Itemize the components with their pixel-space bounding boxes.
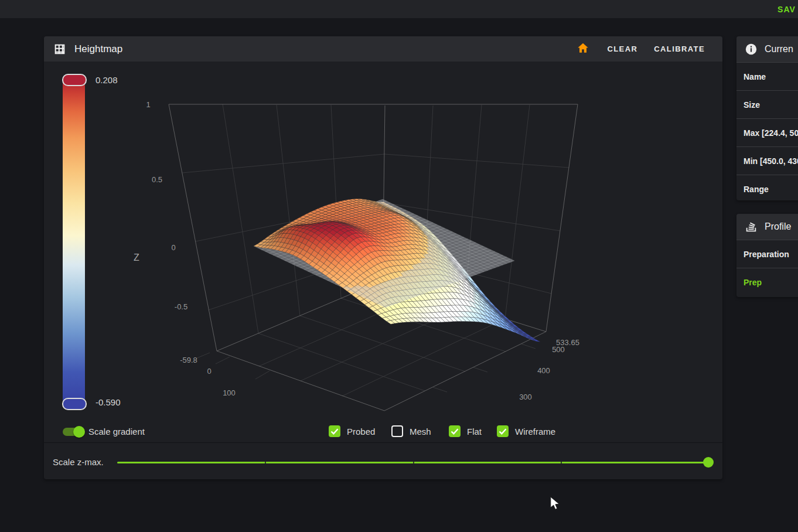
heightmap-panel: Heightmap CLEAR CALIBRATE	[44, 36, 722, 479]
scale-gradient-label: Scale gradient	[88, 427, 145, 436]
home-icon	[577, 42, 589, 56]
heightmap-3d-plot[interactable]: 1 0.5 0 -0.5 Z -59.8 0 100 533.65 500 40…	[44, 36, 722, 479]
slider-tick	[561, 461, 562, 464]
z-tick: 0	[171, 243, 175, 252]
profile-item-prep[interactable]: Prep	[736, 268, 798, 296]
y-tick: 500	[552, 345, 565, 354]
scale-zmax-row: Scale z-max.	[44, 443, 722, 479]
colorbar-max-handle[interactable]	[62, 74, 87, 86]
slider-tick	[413, 461, 414, 464]
heightmap-title: Heightmap	[74, 43, 122, 55]
colorbar-min-handle[interactable]	[62, 398, 87, 410]
plot-box-edges	[169, 104, 578, 411]
current-mesh-title: Curren	[765, 44, 793, 54]
slider-tick	[265, 461, 266, 464]
mesh-info-row-size: Size	[736, 90, 798, 118]
grid-icon	[53, 43, 66, 56]
mesh-info-row-max: Max [224.4, 50	[736, 118, 798, 146]
wireframe-checkbox[interactable]	[497, 425, 509, 437]
check-icon	[497, 425, 509, 437]
mesh-info-row-name: Name	[736, 62, 798, 90]
y-tick: 533.65	[556, 338, 579, 347]
mesh-info-row-range: Range	[736, 175, 798, 203]
flat-label: Flat	[467, 427, 482, 436]
mouse-cursor	[550, 497, 560, 511]
profiles-title: Profile	[765, 221, 791, 232]
plot-grid-lines	[182, 104, 569, 396]
axis-tick-labels: 1 0.5 0 -0.5 Z -59.8 0 100 533.65 500 40…	[134, 100, 579, 401]
scale-zmax-slider-handle[interactable]	[703, 457, 714, 468]
z-axis-label: Z	[134, 253, 139, 262]
toggle-thumb	[73, 426, 85, 438]
probed-checkbox[interactable]	[329, 425, 340, 437]
colorbar-gradient	[63, 79, 85, 405]
plot-controls-row: Scale gradient Probed Mesh Flat Wirefram…	[44, 420, 722, 444]
profiles-panel: Profile Preparation Prep	[736, 214, 798, 297]
check-icon	[329, 425, 340, 437]
colorbar-max-value: 0.208	[96, 75, 118, 86]
z-tick: 1	[146, 100, 150, 109]
calibrate-button[interactable]: CALIBRATE	[646, 40, 713, 58]
profiles-header: Profile	[736, 214, 798, 240]
check-icon	[449, 425, 461, 437]
mesh-info-row-min: Min [450.0, 430	[736, 146, 798, 175]
current-mesh-panel: Curren Name Size Max [224.4, 50 Min [450…	[736, 36, 798, 200]
info-icon	[745, 43, 758, 56]
flat-checkbox[interactable]	[449, 425, 461, 437]
wireframe-label: Wireframe	[515, 427, 555, 436]
y-tick: 400	[537, 366, 550, 375]
profile-item-preparation[interactable]: Preparation	[736, 240, 798, 268]
scale-zmax-slider[interactable]	[117, 462, 709, 463]
clear-button[interactable]: CLEAR	[599, 40, 646, 58]
scale-zmax-label: Scale z-max.	[53, 457, 104, 467]
home-probe-button[interactable]	[571, 38, 595, 60]
save-config-button[interactable]: SAV	[773, 2, 798, 17]
x-tick: 100	[223, 388, 236, 397]
mesh-label: Mesh	[410, 427, 431, 436]
z-tick: 0.5	[152, 175, 162, 184]
scale-gradient-toggle[interactable]	[62, 426, 85, 438]
mesh-checkbox[interactable]	[391, 425, 403, 437]
heightmap-panel-header: Heightmap CLEAR CALIBRATE	[44, 36, 722, 62]
y-tick: 300	[519, 393, 532, 401]
top-app-bar: SAV	[0, 0, 798, 18]
colorbar	[62, 74, 86, 410]
colorbar-min-value: -0.590	[96, 397, 121, 408]
x-tick: 0	[207, 367, 211, 376]
stack-icon	[745, 220, 758, 233]
probed-label: Probed	[347, 427, 375, 436]
current-mesh-header: Curren	[736, 36, 798, 62]
surface-mesh	[254, 199, 540, 342]
z-tick: -0.5	[175, 302, 187, 311]
x-tick: -59.8	[180, 356, 197, 364]
